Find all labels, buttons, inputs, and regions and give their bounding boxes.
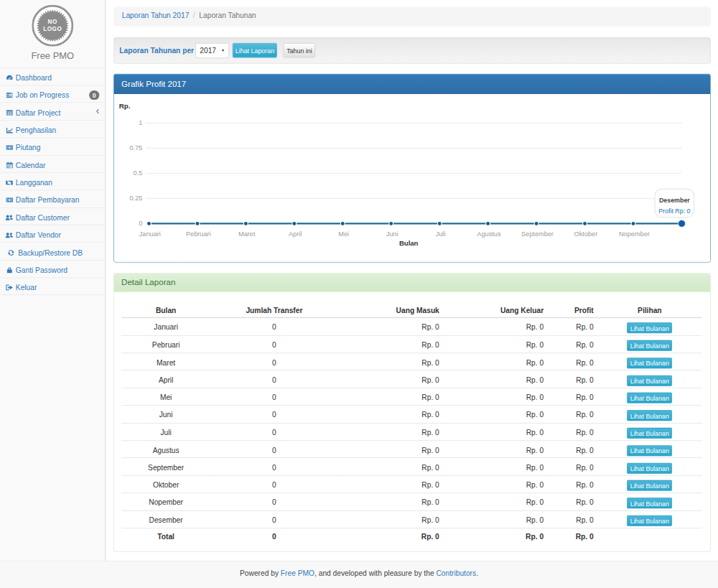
svg-text:1: 1 [139, 119, 142, 126]
svg-text:Pebruari: Pebruari [186, 230, 211, 238]
svg-text:Maret: Maret [238, 230, 256, 238]
svg-text:Oktober: Oktober [574, 230, 598, 238]
svg-text:September: September [521, 230, 554, 238]
svg-text:Mei: Mei [338, 230, 349, 238]
svg-text:Nopember: Nopember [619, 230, 650, 238]
svg-text:Juni: Juni [386, 230, 398, 238]
svg-text:April: April [289, 230, 302, 238]
svg-text:Januari: Januari [139, 230, 161, 238]
svg-text:0.5: 0.5 [134, 169, 143, 177]
svg-text:Juli: Juli [436, 230, 446, 238]
svg-text:0: 0 [139, 220, 142, 227]
svg-text:Agustus: Agustus [477, 230, 501, 238]
svg-text:Bulan: Bulan [399, 239, 419, 247]
svg-text:0.75: 0.75 [129, 144, 142, 151]
svg-text:0.25: 0.25 [129, 195, 142, 202]
svg-text:LOGO: LOGO [43, 26, 62, 32]
svg-text:NO: NO [48, 19, 57, 25]
